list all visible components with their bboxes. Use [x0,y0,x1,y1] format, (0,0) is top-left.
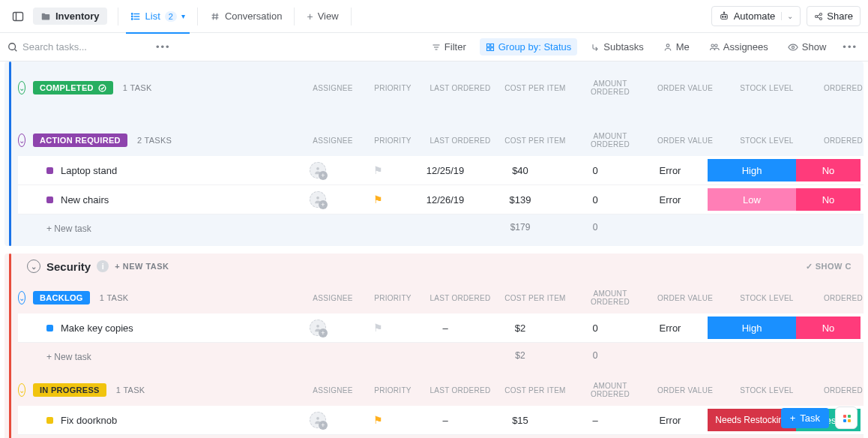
svg-point-14 [725,16,726,17]
last-ordered-value: 12/26/19 [408,188,483,211]
assignees-button[interactable]: Assignees [703,38,774,56]
collapse-sidebar-button[interactable] [7,6,28,27]
folder-icon [40,11,51,22]
col-amount: AMOUNT ORDERED [573,379,648,401]
status-chip[interactable]: COMPLETED [33,81,113,94]
collapse-group-button[interactable]: ⌄ [18,291,25,304]
share-label: Share [827,10,853,22]
info-icon[interactable]: i [97,260,109,272]
last-ordered-value: – [408,409,483,431]
assignee-add-button[interactable] [310,162,326,178]
svg-point-22 [9,43,16,50]
stock-badge[interactable]: Low [708,188,796,211]
assignee-add-button[interactable] [310,191,326,208]
status-square-icon [46,325,53,332]
apps-button[interactable] [835,406,858,429]
col-ordered: ORDERED [811,81,868,95]
svg-rect-30 [490,47,493,50]
me-label: Me [676,41,690,52]
svg-rect-28 [490,44,493,46]
group-by-label: Group by: Status [498,41,572,52]
list-header: ⌄ Security i + NEW TASK ✓ SHOW C [4,255,864,276]
show-button[interactable]: Show [782,38,833,56]
svg-point-5 [131,13,132,14]
group-header: ⌄ BACKLOG 1 TASK ASSIGNEE PRIORITY LAST … [18,282,864,314]
svg-point-18 [820,13,822,15]
show-closed-toggle[interactable]: ✓ SHOW C [806,262,855,272]
assignee-add-button[interactable] [310,412,326,428]
ordered-badge[interactable]: No [796,188,861,211]
col-last-ordered: LAST ORDERED [423,134,498,148]
flag-icon[interactable]: ⚑ [373,322,383,334]
new-task-row[interactable]: + New task [18,347,288,364]
group-subtotal-row: + New task $15 [18,435,864,438]
list-block-security: ⌄ Security i + NEW TASK ✓ SHOW C ⌄ BACKL… [4,254,864,438]
flag-icon[interactable]: ⚑ [373,194,383,206]
collapse-group-button[interactable]: ⌄ [18,81,25,94]
status-chip[interactable]: IN PROGRESS [33,383,106,397]
task-row[interactable]: Fix doorknob ⚑ – $15 – Error Needs Resto… [18,406,864,435]
col-order-value: ORDER VALUE [648,291,723,305]
more-options-button[interactable]: ••• [840,41,861,52]
stock-badge[interactable]: High [708,316,796,339]
group-by-button[interactable]: Group by: Status [480,38,578,56]
search-more-button[interactable]: ••• [156,41,171,52]
ordered-badge[interactable]: No [796,316,861,339]
svg-point-38 [316,325,319,328]
collapse-group-button[interactable]: ⌄ [18,383,25,397]
col-ordered: ORDERED [811,383,868,398]
task-row[interactable]: Make key copies ⚑ – $2 0 Error High No [18,314,864,343]
new-task-row[interactable]: + New task [18,219,288,236]
svg-line-21 [818,16,820,18]
flag-icon[interactable]: ⚑ [373,414,383,426]
task-count: 1 TASK [100,293,129,302]
body-scroll[interactable]: ⌄ COMPLETED 1 TASK ASSIGNEE PRIORITY LAS… [0,62,868,438]
new-task-link[interactable]: + NEW TASK [115,262,169,271]
me-button[interactable]: Me [657,38,696,56]
ordered-badge[interactable]: No [796,159,861,182]
task-row[interactable]: Laptop stand ⚑ 12/25/19 $40 0 Error High… [18,156,864,185]
tab-list-label: List [145,10,160,22]
svg-point-32 [711,44,714,46]
hash-icon [210,11,220,22]
flag-icon[interactable]: ⚑ [373,164,383,176]
group-subtotal-row: + New task $2 0 [18,343,864,368]
svg-point-6 [131,16,132,16]
tab-list-badge: 2 [165,11,177,22]
tab-conversation[interactable]: Conversation [201,0,292,33]
group-icon [486,43,495,52]
status-chip[interactable]: ACTION REQUIRED [33,134,127,147]
list-icon [130,11,141,22]
subtasks-button[interactable]: Subtasks [585,38,649,56]
search-input[interactable] [22,41,142,52]
tab-list[interactable]: List 2 ▾ [121,0,194,33]
check-icon [98,84,106,92]
task-name: Make key copies [61,322,133,334]
plus-icon: + [790,412,796,424]
col-cost: COST PER ITEM [498,81,573,95]
folder-chip[interactable]: Inventory [33,8,107,25]
chevron-down-icon[interactable]: ⌄ [781,12,793,20]
filter-button[interactable]: Filter [426,38,472,56]
status-group: ⌄ BACKLOG 1 TASK ASSIGNEE PRIORITY LAST … [18,282,864,368]
new-task-row[interactable] [18,108,288,114]
task-count: 2 TASKS [137,136,172,145]
share-button[interactable]: Share [807,6,861,26]
new-task-button[interactable]: + Task [781,408,829,428]
col-last-ordered: LAST ORDERED [423,81,498,95]
collapse-list-button[interactable]: ⌄ [27,260,40,273]
task-name: Fix doorknob [61,415,117,426]
amount-value: 0 [558,159,633,182]
collapse-group-button[interactable]: ⌄ [18,134,25,147]
stock-badge[interactable]: High [708,159,796,182]
col-stock: STOCK LEVEL [723,291,811,305]
tab-add-view[interactable]: + View [298,0,347,33]
status-chip[interactable]: BACKLOG [33,291,90,304]
svg-point-7 [131,18,132,19]
automate-button[interactable]: Automate ⌄ [711,6,801,26]
filter-bar: ••• Filter Group by: Status Subtasks Me … [0,33,868,62]
folder-title: Inventory [55,10,100,22]
eye-icon [788,43,798,52]
task-row[interactable]: New chairs ⚑ 12/26/19 $139 0 Error Low N… [18,185,864,214]
assignee-add-button[interactable] [310,320,326,336]
